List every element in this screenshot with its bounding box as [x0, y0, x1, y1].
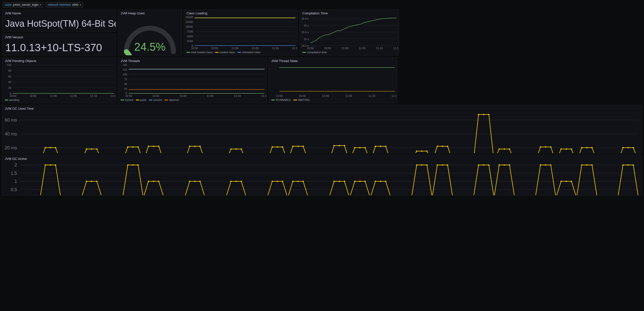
var-iface-value: eth0 [72, 3, 78, 7]
svg-text:11:05: 11:05 [359, 47, 365, 50]
gauge-body: 24.5% [118, 16, 182, 55]
svg-text:11:10: 11:10 [234, 94, 241, 97]
svg-text:11:15: 11:15 [393, 47, 399, 50]
svg-text:20 ms: 20 ms [5, 145, 17, 150]
svg-text:150: 150 [123, 64, 127, 66]
panel-compilation[interactable]: Compilation Time 14.5 s15 s15.5 s16 s16.… [300, 10, 399, 55]
svg-text:10:55: 10:55 [299, 94, 306, 97]
legend-item[interactable]: compilation time [302, 51, 327, 54]
svg-text:10:55: 10:55 [152, 94, 159, 97]
legend-swatch [136, 100, 139, 100]
legend-swatch [302, 52, 306, 53]
panel-jvm-name[interactable]: JVM Name Java HotSpot(TM) 64-Bit Server … [2, 10, 116, 32]
svg-text:80: 80 [8, 69, 11, 72]
svg-text:100: 100 [123, 73, 127, 76]
legend-swatch [121, 100, 124, 100]
var-node[interactable]: node jvmm_server_login ▾ [3, 2, 43, 8]
svg-text:11:00: 11:00 [322, 94, 329, 97]
legend-item[interactable]: current [149, 98, 162, 101]
svg-text:125: 125 [123, 68, 127, 71]
legend-swatch [5, 100, 8, 100]
panel-jvm-version[interactable]: JVM Version 11.0.13+10-LTS-370 [2, 34, 116, 56]
svg-text:11:15: 11:15 [110, 94, 116, 97]
var-iface-key: network interface [48, 3, 71, 7]
panel-gc-time[interactable]: JVM GC Used Time 0 ms20 ms40 ms60 ms10:4… [2, 105, 642, 153]
svg-text:60: 60 [8, 75, 11, 78]
panel-thread-state[interactable]: JVM Thread State 10:5010:5511:0011:0511:… [269, 57, 397, 103]
legend-label: WAITING [298, 98, 310, 101]
legend-item[interactable]: peek [136, 98, 146, 101]
svg-text:10:55: 10:55 [324, 47, 331, 50]
panel-title: Compilation Time [300, 10, 399, 16]
jvm-version-value: 11.0.13+10-LTS-370 [2, 40, 116, 55]
svg-text:11:15: 11:15 [261, 94, 266, 97]
svg-text:15000: 15000 [185, 16, 193, 19]
legend-item[interactable]: RUNNABLE [271, 98, 291, 101]
chart-body: 025507510012515010:5010:5511:0011:0511:1… [118, 64, 266, 98]
legend-swatch [215, 52, 219, 53]
legend-item[interactable]: WAITING [293, 98, 310, 101]
var-interface[interactable]: network interface eth0 ▾ [45, 2, 83, 8]
legend-swatch [186, 52, 190, 53]
legend-label: compilation time [307, 51, 327, 54]
svg-text:10:50: 10:50 [9, 94, 16, 97]
legend: RUNNABLEWAITING [269, 98, 397, 103]
svg-text:11:10: 11:10 [376, 47, 383, 50]
legend: total loaded classloaded classunloaded c… [184, 50, 298, 55]
chart-body: 00.511.5210:48:0010:49:0010:50:0010:51:0… [2, 162, 642, 195]
svg-text:15.5 s: 15.5 s [301, 31, 309, 34]
legend-swatch [149, 100, 152, 100]
panel-title: JVM Name [2, 10, 116, 16]
svg-text:11:00: 11:00 [231, 47, 238, 50]
panel-heap-gauge[interactable]: JVM Heap Used 24.5% [118, 10, 182, 55]
legend-label: RUNNABLE [276, 98, 291, 101]
svg-text:2: 2 [15, 162, 17, 167]
svg-text:11:05: 11:05 [252, 47, 258, 50]
legend-label: total loaded class [191, 51, 212, 54]
svg-text:16 s: 16 s [304, 24, 309, 27]
svg-text:40: 40 [8, 80, 11, 83]
svg-text:11:00: 11:00 [341, 47, 348, 50]
svg-text:11:00: 11:00 [50, 94, 57, 97]
panel-title: Class Loading [184, 10, 298, 16]
svg-text:25: 25 [124, 87, 127, 90]
legend-item[interactable]: daemon [165, 98, 179, 101]
legend-item[interactable]: loaded class [215, 51, 235, 54]
svg-text:11:00: 11:00 [179, 94, 186, 97]
panel-pending[interactable]: JVM Pending Objects 02040608010010:5010:… [2, 57, 116, 103]
legend-item[interactable]: total loaded class [186, 51, 212, 54]
var-node-key: node [5, 3, 12, 7]
chevron-down-icon: ▾ [80, 4, 81, 6]
legend-label: locked [125, 98, 133, 101]
panel-title: JVM Thread State [269, 58, 397, 64]
panel-title: JVM GC Active [2, 155, 642, 162]
svg-text:10:55: 10:55 [30, 94, 36, 97]
chart-body: 14.5 s15 s15.5 s16 s16.5 s10:5010:5511:0… [300, 16, 399, 50]
panel-gc-active[interactable]: JVM GC Active 00.511.5210:48:0010:49:001… [2, 155, 642, 195]
legend-label: current [153, 98, 162, 101]
svg-text:10:50: 10:50 [125, 94, 132, 97]
chevron-down-icon: ▾ [40, 4, 41, 6]
svg-text:11:05: 11:05 [345, 94, 352, 97]
variable-bar: node jvmm_server_login ▾ network interfa… [0, 0, 644, 10]
panel-title: JVM GC Used Time [2, 105, 642, 111]
svg-text:5000: 5000 [187, 35, 193, 38]
chart-body: 0 ms20 ms40 ms60 ms10:48:0010:49:0010:50… [2, 111, 642, 153]
legend-item[interactable]: unloaded class [237, 51, 260, 54]
svg-text:16.5 s: 16.5 s [301, 17, 309, 20]
panel-title: JVM Threads [118, 58, 266, 64]
svg-text:10:50: 10:50 [276, 94, 283, 97]
svg-text:1: 1 [15, 179, 17, 184]
legend-item[interactable]: locked [121, 98, 133, 101]
legend-item[interactable]: pending [5, 98, 19, 101]
legend-swatch [293, 100, 297, 100]
svg-text:40 ms: 40 ms [5, 131, 17, 136]
chart-body: 02040608010010:5010:5511:0011:0511:1011:… [2, 64, 116, 98]
svg-text:15 s: 15 s [304, 37, 309, 40]
panel-class-loading[interactable]: Class Loading 02500500075001000012500150… [184, 10, 298, 55]
legend: lockedpeekcurrentdaemon [118, 98, 266, 103]
svg-text:60 ms: 60 ms [5, 118, 17, 123]
svg-text:50: 50 [124, 82, 127, 86]
panel-threads[interactable]: JVM Threads 025507510012515010:5010:5511… [118, 57, 267, 103]
svg-text:0.5: 0.5 [11, 187, 17, 192]
